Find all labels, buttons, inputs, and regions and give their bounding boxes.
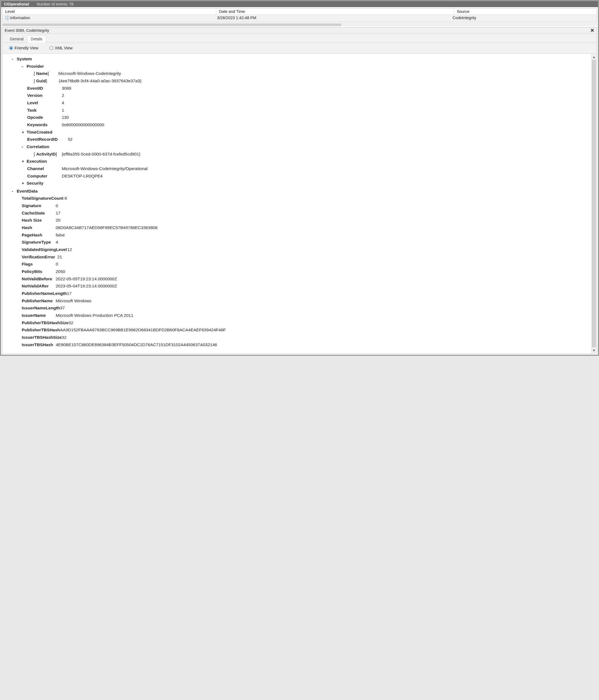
- events-grid: Level Date and Time Source i Information…: [2, 8, 597, 22]
- k-computer: Computer: [27, 173, 62, 180]
- eventdata-key: CacheState: [22, 209, 56, 217]
- eventdata-row: SignatureType4: [22, 239, 590, 246]
- event-detail-pane: Event 3089, CodeIntegrity ✕ General Deta…: [2, 27, 597, 354]
- eventdata-row: PublisherTBSHashAA9D152FBAAA6763BCC969BB…: [22, 326, 590, 334]
- expand-icon[interactable]: +: [22, 180, 27, 187]
- v-channel: Microsoft-Windows-CodeIntegrity/Operatio…: [62, 165, 148, 173]
- vertical-scrollbar-thumb[interactable]: [592, 60, 596, 347]
- eventdata-row: NotValidAfter2023-05-04T19:23:14.0000000…: [22, 282, 590, 290]
- radio-icon: [49, 46, 53, 50]
- eventdata-key: VerificationError: [22, 253, 57, 261]
- tab-general[interactable]: General: [6, 35, 27, 43]
- eventdata-row: PublisherNameLength17: [22, 290, 590, 297]
- v-opcode: 130: [62, 114, 69, 121]
- scroll-down-icon[interactable]: ▼: [591, 347, 597, 353]
- eventdata-value: 17: [67, 290, 72, 297]
- eventdata-row: VerificationError21: [22, 253, 590, 261]
- event-viewer-window: CIOperational Number of events: 78 Level…: [0, 0, 599, 356]
- grid-header: Level Date and Time Source: [2, 8, 597, 15]
- collapse-icon[interactable]: -: [12, 188, 17, 195]
- horizontal-scrollbar[interactable]: [2, 23, 597, 26]
- eventdata-row: PublisherTBSHashSize32: [22, 319, 590, 327]
- k-opcode: Opcode: [27, 114, 62, 121]
- collapse-icon[interactable]: -: [22, 63, 27, 70]
- eventdata-value: 21: [57, 253, 62, 261]
- eventdata-row: IssuerTBSHash4E80BE107C860DE896384B3EFF5…: [22, 341, 590, 349]
- v-eventid: 3089: [62, 85, 71, 92]
- eventdata-row: Signature0: [22, 202, 590, 209]
- radio-xml-view[interactable]: XML View: [49, 46, 72, 50]
- eventdata-value: 4E80BE107C860DE896384B3EFF50504DC2D76AC7…: [56, 341, 217, 349]
- expand-icon[interactable]: +: [22, 158, 27, 165]
- eventdata-value: 4: [56, 239, 58, 246]
- collapse-icon[interactable]: -: [22, 143, 27, 151]
- col-level[interactable]: Level: [2, 8, 216, 15]
- eventdata-key: TotalSignatureCount: [22, 195, 65, 202]
- eventdata-value: 37: [60, 304, 65, 312]
- node-timecreated: TimeCreated: [27, 129, 52, 136]
- eventdata-value: 08D0A8C34B717AED56F99EC57B49788EC3363808: [56, 224, 158, 231]
- eventdata-value: 8: [65, 195, 67, 202]
- k-task: Task: [27, 107, 62, 114]
- k-eventrecordid: EventRecordID: [27, 136, 68, 143]
- eventdata-key: IssuerName: [22, 312, 56, 319]
- eventdata-key: PublisherNameLength: [22, 290, 67, 297]
- eventdata-key: PolicyBits: [22, 268, 56, 275]
- eventdata-row: CacheState17: [22, 209, 590, 217]
- eventdata-row: Hash08D0A8C34B717AED56F99EC57B49788EC336…: [22, 224, 590, 231]
- eventdata-key: NotValidBefore: [22, 275, 56, 283]
- eventdata-value: 0: [56, 202, 58, 209]
- v-eventrecordid: 52: [68, 136, 72, 143]
- title-subtitle: Number of events: 78: [37, 2, 74, 6]
- eventdata-key: PageHash: [22, 231, 56, 239]
- section-system: System: [17, 55, 32, 63]
- horizontal-scrollbar-thumb[interactable]: [2, 24, 341, 26]
- eventdata-row: PublisherNameMicrosoft Windows: [22, 297, 590, 305]
- v-task: 1: [62, 107, 64, 114]
- expand-icon[interactable]: +: [22, 129, 27, 136]
- eventdata-key: SignatureType: [22, 239, 56, 246]
- eventdata-key: Hash: [22, 224, 56, 231]
- eventdata-row: PageHashfalse: [22, 231, 590, 239]
- eventdata-value: 2022-05-05T19:23:14.0000000Z: [56, 275, 117, 283]
- information-icon: i: [5, 16, 9, 20]
- vertical-scrollbar[interactable]: ▲ ▼: [591, 54, 597, 353]
- scroll-up-icon[interactable]: ▲: [591, 54, 597, 60]
- eventdata-value: 32: [69, 319, 73, 327]
- grid-row[interactable]: i Information 3/28/2023 1:42:48 PM CodeI…: [2, 15, 597, 22]
- k-version: Version: [27, 92, 62, 99]
- eventdata-value: AA9D152FBAAA6763BCC969BB1E9962D68341BDFD…: [60, 326, 226, 334]
- eventdata-value: 20: [56, 217, 61, 224]
- eventdata-row: Flags0: [22, 260, 590, 268]
- eventdata-value: 2050: [56, 268, 65, 275]
- detail-title: Event 3089, CodeIntegrity: [5, 28, 49, 33]
- eventdata-row: Hash Size20: [22, 217, 590, 224]
- eventdata-key: Flags: [22, 260, 56, 268]
- eventdata-value: false: [56, 231, 65, 239]
- eventdata-value: 12: [67, 246, 72, 253]
- eventdata-key: ValidatedSigningLevel: [22, 246, 67, 253]
- eventdata-key: PublisherTBSHash: [22, 326, 60, 334]
- eventdata-row: TotalSignatureCount8: [22, 195, 590, 202]
- eventdata-key: IssuerNameLength: [22, 304, 60, 312]
- collapse-icon[interactable]: -: [12, 55, 17, 63]
- eventdata-key: IssuerTBSHashSize: [22, 334, 62, 341]
- col-source[interactable]: Source: [454, 8, 597, 15]
- title-app: CIOperational: [4, 2, 29, 6]
- detail-tabs: General Details: [2, 34, 597, 43]
- tab-details[interactable]: Details: [27, 35, 46, 43]
- radio-icon: [9, 46, 13, 50]
- v-version: 2: [62, 92, 64, 99]
- eventdata-key: PublisherTBSHashSize: [22, 319, 69, 327]
- close-icon[interactable]: ✕: [590, 28, 594, 32]
- radio-friendly-view[interactable]: Friendly View: [9, 46, 39, 50]
- eventdata-row: IssuerTBSHashSize32: [22, 334, 590, 341]
- eventdata-row: IssuerNameMicrosoft Windows Production P…: [22, 312, 590, 319]
- eventdata-value: 17: [56, 209, 61, 217]
- k-channel: Channel: [27, 165, 62, 173]
- eventdata-key: NotValidAfter: [22, 282, 56, 290]
- row-level: Information: [10, 16, 30, 20]
- eventdata-row: IssuerNameLength37: [22, 304, 590, 312]
- row-date: 3/28/2023 1:42:48 PM: [217, 16, 453, 20]
- col-date[interactable]: Date and Time: [216, 8, 454, 15]
